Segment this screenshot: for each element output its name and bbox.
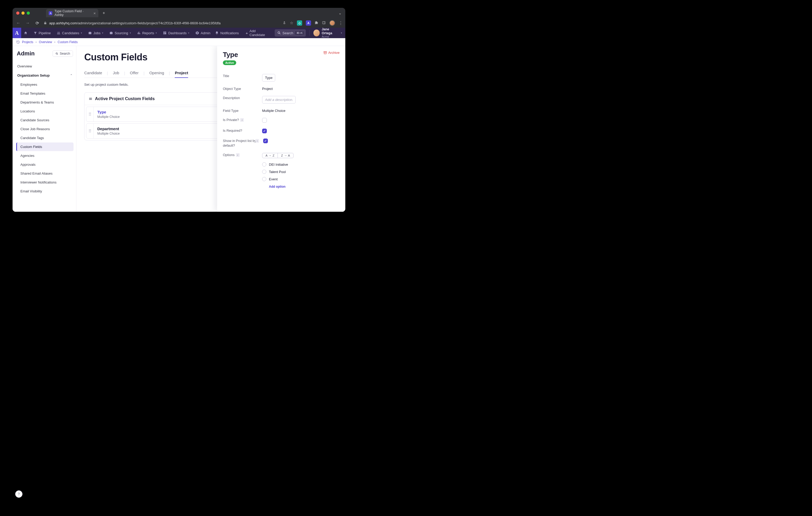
- sidebar-overview[interactable]: Overview: [16, 62, 74, 71]
- tab-candidate[interactable]: Candidate: [84, 68, 102, 78]
- svg-rect-6: [324, 52, 326, 52]
- svg-point-2: [278, 32, 280, 33]
- panel-icon[interactable]: [322, 21, 326, 25]
- archive-icon: [323, 51, 327, 55]
- browser-toolbar: ← → ⟳ app.ashbyhq.com/admin/organization…: [12, 18, 345, 28]
- breadcrumb-link[interactable]: Custom Fields: [58, 40, 78, 44]
- info-icon[interactable]: i: [240, 118, 244, 122]
- nav-dashboards[interactable]: Dashboards▾: [161, 28, 192, 38]
- field-type-value: Multiple Choice: [262, 109, 340, 113]
- tab-job[interactable]: Job: [113, 68, 119, 78]
- search-shortcut: ⌘+K: [295, 31, 304, 35]
- info-icon[interactable]: i: [236, 153, 240, 157]
- sidebar-item[interactable]: Approvals: [16, 160, 74, 169]
- search-icon: [55, 52, 58, 55]
- nav-notifications[interactable]: Notifications: [213, 28, 241, 38]
- tab-opening[interactable]: Opening: [149, 68, 164, 78]
- field-label-is-required: Is Required?: [223, 129, 262, 132]
- option-radio[interactable]: [262, 170, 266, 174]
- svg-line-3: [280, 33, 280, 34]
- sidebar-item[interactable]: Close Job Reasons: [16, 125, 74, 133]
- sidebar-item[interactable]: Candidate Sources: [16, 116, 74, 124]
- drag-handle-icon[interactable]: ⠿: [86, 124, 94, 138]
- back-button[interactable]: ←: [15, 21, 22, 25]
- sidebar-search-button[interactable]: Search: [53, 51, 73, 57]
- drag-handle-icon[interactable]: ⠿: [86, 107, 94, 122]
- option-radio[interactable]: [262, 177, 266, 181]
- history-icon[interactable]: [16, 40, 20, 44]
- option-label: DEI Initiative: [269, 162, 288, 166]
- archive-button[interactable]: Archive: [323, 51, 340, 55]
- window-close-icon[interactable]: [16, 11, 19, 14]
- sidebar-item[interactable]: Locations: [16, 107, 74, 116]
- bookmark-icon[interactable]: ☆: [290, 21, 293, 25]
- sidebar-item[interactable]: Interviewer Notifications: [16, 178, 74, 187]
- sidebar-item[interactable]: Custom Fields: [16, 143, 74, 151]
- sidebar-item[interactable]: Employees: [16, 80, 74, 89]
- extension-icon[interactable]: ◇: [297, 20, 302, 26]
- share-icon[interactable]: [283, 21, 286, 25]
- option-radio[interactable]: [262, 162, 266, 166]
- sort-az-button[interactable]: A → Z: [262, 153, 278, 158]
- browser-tab[interactable]: A Type Custom Field · Ashby ×: [46, 9, 98, 17]
- option-row[interactable]: DEI Initiative: [262, 161, 340, 168]
- extensions-menu-icon[interactable]: [315, 21, 318, 25]
- option-row[interactable]: Talent Pool: [262, 168, 340, 175]
- nav-admin[interactable]: Admin: [193, 28, 213, 38]
- title-input[interactable]: [262, 74, 275, 82]
- description-input[interactable]: [262, 96, 296, 103]
- nav-jobs[interactable]: Jobs▾: [86, 28, 106, 38]
- sort-za-button[interactable]: Z → A: [278, 153, 293, 158]
- global-search[interactable]: Search ⌘+K: [275, 29, 306, 37]
- window-minimize-icon[interactable]: [22, 11, 25, 14]
- admin-sidebar: Admin Search Overview Organization Setup…: [12, 46, 77, 212]
- tabs-dropdown-icon[interactable]: ⌄: [339, 11, 342, 15]
- sidebar-item[interactable]: Email Templates: [16, 89, 74, 98]
- sidebar-item[interactable]: Email Visibility: [16, 187, 74, 195]
- browser-tab-strip: A Type Custom Field · Ashby × + ⌄: [12, 8, 345, 18]
- nav-pipeline[interactable]: Pipeline: [31, 28, 53, 38]
- url-domain: app.ashbyhq.com: [49, 21, 77, 25]
- option-row[interactable]: Event: [262, 175, 340, 183]
- nav-reports[interactable]: Reports▾: [135, 28, 160, 38]
- tab-offer[interactable]: Offer: [130, 68, 139, 78]
- profile-avatar[interactable]: [329, 20, 335, 26]
- new-tab-button[interactable]: +: [100, 10, 107, 17]
- sidebar-group-header[interactable]: Organization Setup ⌃: [16, 71, 74, 80]
- nav-home[interactable]: [21, 28, 30, 38]
- sidebar-item[interactable]: Departments & Teams: [16, 98, 74, 107]
- tab-project[interactable]: Project: [175, 68, 188, 78]
- field-label-is-private: Is Private?i: [223, 118, 262, 122]
- breadcrumb-link[interactable]: Overview: [39, 40, 52, 44]
- nav-sourcing[interactable]: Sourcing▾: [107, 28, 134, 38]
- info-icon[interactable]: i: [255, 139, 259, 143]
- sidebar-item[interactable]: Shared Email Aliases: [16, 169, 74, 178]
- chevron-up-icon: ⌃: [70, 74, 72, 77]
- page-title: Custom Fields: [84, 52, 148, 63]
- option-label: Event: [269, 177, 278, 181]
- address-bar[interactable]: app.ashbyhq.com/admin/organizational-set…: [44, 21, 280, 25]
- search-icon: [277, 31, 281, 35]
- is-private-checkbox[interactable]: [262, 118, 267, 123]
- breadcrumb-link[interactable]: Projects: [22, 40, 33, 44]
- reload-button[interactable]: ⟳: [34, 21, 40, 26]
- sidebar-title: Admin: [17, 50, 34, 57]
- close-tab-icon[interactable]: ×: [93, 11, 96, 16]
- user-menu[interactable]: Jane Ortega Acme ▾: [313, 27, 342, 38]
- favicon-icon: A: [49, 11, 52, 15]
- sidebar-item[interactable]: Candidate Tags: [16, 133, 74, 142]
- show-in-list-checkbox[interactable]: [263, 139, 268, 143]
- is-required-checkbox[interactable]: [262, 129, 267, 133]
- kebab-menu-icon[interactable]: ⋮: [339, 21, 343, 25]
- sidebar-item[interactable]: Agencies: [16, 151, 74, 160]
- lock-icon: [44, 21, 47, 25]
- window-maximize-icon[interactable]: [27, 11, 30, 14]
- detail-panel: ✕ Type Active Archive Title: [217, 46, 345, 212]
- add-option-button[interactable]: Add option: [262, 185, 340, 188]
- nav-candidates[interactable]: Candidates▾: [54, 28, 85, 38]
- extension-ashby-icon[interactable]: A: [306, 20, 311, 26]
- add-candidate-button[interactable]: +Add Candidate: [243, 28, 272, 38]
- option-label: Talent Pool: [269, 170, 286, 174]
- object-type-value: Project: [262, 87, 340, 91]
- app-logo[interactable]: A: [12, 28, 21, 38]
